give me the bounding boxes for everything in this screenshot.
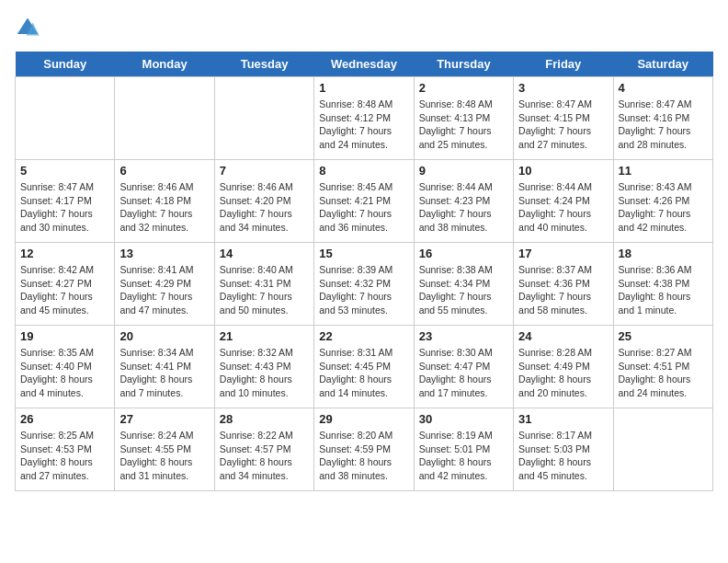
day-info: Sunrise: 8:46 AMSunset: 4:20 PMDaylight:… — [220, 180, 309, 235]
calendar-table: SundayMondayTuesdayWednesdayThursdayFrid… — [15, 52, 713, 491]
day-info: Sunrise: 8:27 AMSunset: 4:51 PMDaylight:… — [619, 346, 708, 400]
day-info: Sunrise: 8:47 AMSunset: 4:15 PMDaylight:… — [518, 98, 608, 152]
week-row-1: 1Sunrise: 8:48 AMSunset: 4:12 PMDaylight… — [16, 77, 713, 160]
day-info: Sunrise: 8:44 AMSunset: 4:23 PMDaylight:… — [419, 180, 508, 235]
day-number: 4 — [619, 81, 708, 95]
day-number: 2 — [419, 81, 508, 95]
day-number: 20 — [119, 329, 209, 343]
day-info: Sunrise: 8:28 AMSunset: 4:49 PMDaylight:… — [518, 346, 608, 400]
day-number: 13 — [119, 247, 209, 260]
day-cell-23: 23Sunrise: 8:30 AMSunset: 4:47 PMDayligh… — [414, 326, 513, 408]
day-header-sunday: Sunday — [16, 52, 115, 77]
day-number: 9 — [419, 164, 508, 178]
day-cell-26: 26Sunrise: 8:25 AMSunset: 4:53 PMDayligh… — [16, 408, 115, 491]
day-info: Sunrise: 8:47 AMSunset: 4:16 PMDaylight:… — [619, 98, 708, 152]
day-header-thursday: Thursday — [414, 52, 513, 77]
day-cell-6: 6Sunrise: 8:46 AMSunset: 4:18 PMDaylight… — [115, 160, 214, 243]
day-number: 19 — [20, 329, 109, 343]
week-row-4: 19Sunrise: 8:35 AMSunset: 4:40 PMDayligh… — [16, 326, 713, 408]
day-number: 11 — [619, 164, 708, 178]
day-cell-10: 10Sunrise: 8:44 AMSunset: 4:24 PMDayligh… — [514, 160, 613, 243]
day-number: 22 — [319, 329, 408, 343]
day-header-wednesday: Wednesday — [314, 52, 414, 77]
day-info: Sunrise: 8:32 AMSunset: 4:43 PMDaylight:… — [220, 346, 309, 400]
day-number: 5 — [20, 164, 109, 178]
day-number: 26 — [20, 412, 109, 426]
day-cell-8: 8Sunrise: 8:45 AMSunset: 4:21 PMDaylight… — [314, 160, 414, 243]
empty-cell — [214, 77, 313, 160]
day-cell-24: 24Sunrise: 8:28 AMSunset: 4:49 PMDayligh… — [514, 326, 613, 408]
day-cell-29: 29Sunrise: 8:20 AMSunset: 4:59 PMDayligh… — [314, 408, 414, 491]
day-cell-1: 1Sunrise: 8:48 AMSunset: 4:12 PMDaylight… — [314, 77, 414, 160]
logo — [15, 15, 44, 40]
day-number: 15 — [319, 247, 408, 260]
day-info: Sunrise: 8:47 AMSunset: 4:17 PMDaylight:… — [20, 180, 109, 235]
day-number: 17 — [518, 247, 608, 260]
day-number: 24 — [518, 329, 608, 343]
day-cell-28: 28Sunrise: 8:22 AMSunset: 4:57 PMDayligh… — [214, 408, 313, 491]
day-info: Sunrise: 8:38 AMSunset: 4:34 PMDaylight:… — [419, 263, 508, 317]
day-header-tuesday: Tuesday — [214, 52, 313, 77]
day-number: 6 — [119, 164, 209, 178]
day-number: 1 — [319, 81, 408, 95]
day-info: Sunrise: 8:25 AMSunset: 4:53 PMDaylight:… — [20, 429, 109, 483]
day-info: Sunrise: 8:36 AMSunset: 4:38 PMDaylight:… — [619, 263, 708, 317]
day-cell-18: 18Sunrise: 8:36 AMSunset: 4:38 PMDayligh… — [613, 243, 712, 326]
day-cell-9: 9Sunrise: 8:44 AMSunset: 4:23 PMDaylight… — [414, 160, 513, 243]
day-info: Sunrise: 8:39 AMSunset: 4:32 PMDaylight:… — [319, 263, 408, 317]
day-info: Sunrise: 8:46 AMSunset: 4:18 PMDaylight:… — [119, 180, 209, 235]
day-info: Sunrise: 8:31 AMSunset: 4:45 PMDaylight:… — [319, 346, 408, 400]
day-info: Sunrise: 8:20 AMSunset: 4:59 PMDaylight:… — [319, 429, 408, 483]
day-info: Sunrise: 8:30 AMSunset: 4:47 PMDaylight:… — [419, 346, 508, 400]
day-cell-19: 19Sunrise: 8:35 AMSunset: 4:40 PMDayligh… — [16, 326, 115, 408]
day-number: 23 — [419, 329, 508, 343]
day-header-saturday: Saturday — [613, 52, 712, 77]
day-number: 7 — [220, 164, 309, 178]
day-number: 12 — [20, 247, 109, 260]
day-cell-20: 20Sunrise: 8:34 AMSunset: 4:41 PMDayligh… — [115, 326, 214, 408]
day-info: Sunrise: 8:48 AMSunset: 4:13 PMDaylight:… — [419, 98, 508, 152]
day-header-monday: Monday — [115, 52, 214, 77]
logo-icon — [15, 15, 40, 40]
empty-cell — [613, 408, 712, 491]
day-cell-2: 2Sunrise: 8:48 AMSunset: 4:13 PMDaylight… — [414, 77, 513, 160]
day-cell-30: 30Sunrise: 8:19 AMSunset: 5:01 PMDayligh… — [414, 408, 513, 491]
day-cell-25: 25Sunrise: 8:27 AMSunset: 4:51 PMDayligh… — [613, 326, 712, 408]
week-row-2: 5Sunrise: 8:47 AMSunset: 4:17 PMDaylight… — [16, 160, 713, 243]
day-header-friday: Friday — [514, 52, 613, 77]
day-cell-27: 27Sunrise: 8:24 AMSunset: 4:55 PMDayligh… — [115, 408, 214, 491]
day-number: 29 — [319, 412, 408, 426]
day-info: Sunrise: 8:45 AMSunset: 4:21 PMDaylight:… — [319, 180, 408, 235]
day-cell-12: 12Sunrise: 8:42 AMSunset: 4:27 PMDayligh… — [16, 243, 115, 326]
day-info: Sunrise: 8:42 AMSunset: 4:27 PMDaylight:… — [20, 263, 109, 317]
day-info: Sunrise: 8:40 AMSunset: 4:31 PMDaylight:… — [220, 263, 309, 317]
day-cell-14: 14Sunrise: 8:40 AMSunset: 4:31 PMDayligh… — [214, 243, 313, 326]
day-number: 18 — [619, 247, 708, 260]
day-number: 3 — [518, 81, 608, 95]
week-row-5: 26Sunrise: 8:25 AMSunset: 4:53 PMDayligh… — [16, 408, 713, 491]
day-cell-21: 21Sunrise: 8:32 AMSunset: 4:43 PMDayligh… — [214, 326, 313, 408]
day-cell-22: 22Sunrise: 8:31 AMSunset: 4:45 PMDayligh… — [314, 326, 414, 408]
day-number: 28 — [220, 412, 309, 426]
day-cell-31: 31Sunrise: 8:17 AMSunset: 5:03 PMDayligh… — [514, 408, 613, 491]
page-header — [15, 15, 713, 40]
day-number: 21 — [220, 329, 309, 343]
day-number: 16 — [419, 247, 508, 260]
day-info: Sunrise: 8:44 AMSunset: 4:24 PMDaylight:… — [518, 180, 608, 235]
day-number: 25 — [619, 329, 708, 343]
day-info: Sunrise: 8:22 AMSunset: 4:57 PMDaylight:… — [220, 429, 309, 483]
day-info: Sunrise: 8:24 AMSunset: 4:55 PMDaylight:… — [119, 429, 209, 483]
day-number: 31 — [518, 412, 608, 426]
day-info: Sunrise: 8:35 AMSunset: 4:40 PMDaylight:… — [20, 346, 109, 400]
day-number: 27 — [119, 412, 209, 426]
day-cell-13: 13Sunrise: 8:41 AMSunset: 4:29 PMDayligh… — [115, 243, 214, 326]
day-info: Sunrise: 8:43 AMSunset: 4:26 PMDaylight:… — [619, 180, 708, 235]
day-cell-15: 15Sunrise: 8:39 AMSunset: 4:32 PMDayligh… — [314, 243, 414, 326]
day-number: 8 — [319, 164, 408, 178]
day-info: Sunrise: 8:19 AMSunset: 5:01 PMDaylight:… — [419, 429, 508, 483]
week-row-3: 12Sunrise: 8:42 AMSunset: 4:27 PMDayligh… — [16, 243, 713, 326]
day-cell-17: 17Sunrise: 8:37 AMSunset: 4:36 PMDayligh… — [514, 243, 613, 326]
day-number: 10 — [518, 164, 608, 178]
day-info: Sunrise: 8:41 AMSunset: 4:29 PMDaylight:… — [119, 263, 209, 317]
day-cell-3: 3Sunrise: 8:47 AMSunset: 4:15 PMDaylight… — [514, 77, 613, 160]
